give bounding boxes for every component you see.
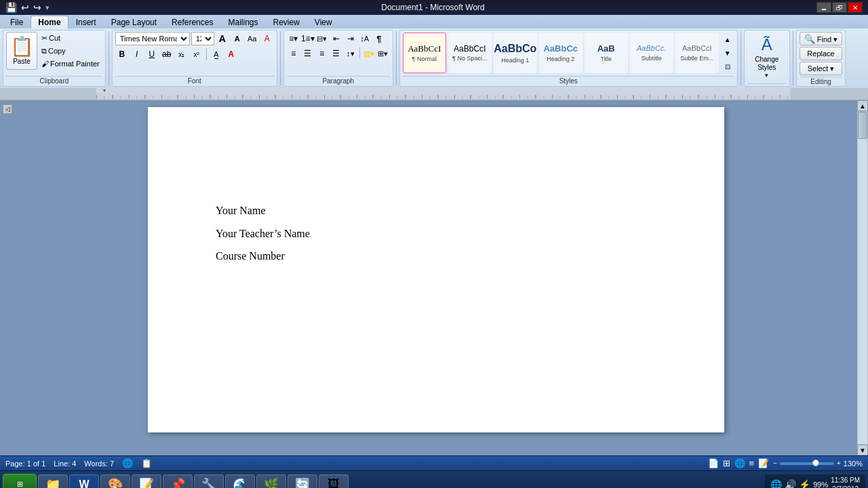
subscript-button[interactable]: x₂ (175, 47, 189, 61)
taskbar-tool[interactable]: 🔧 (194, 474, 224, 489)
style-subtle-em[interactable]: AaBbCcI Subtle Em... (675, 33, 719, 73)
zoom-slider[interactable] (780, 462, 834, 465)
bold-button[interactable]: B (115, 47, 129, 61)
style-heading2[interactable]: AaBbCc Heading 2 (539, 33, 583, 73)
align-left-button[interactable]: ≡ (287, 47, 300, 60)
style-no-spacing[interactable]: AaBbCcI ¶ No Spaci... (448, 33, 492, 73)
justify-button[interactable]: ☰ (330, 47, 343, 60)
tab-page-layout[interactable]: Page Layout (104, 16, 164, 28)
tab-insert[interactable]: Insert (68, 16, 104, 28)
taskbar-refresh[interactable]: 🔄 (288, 474, 317, 489)
find-button[interactable]: 🔍 Find ▾ (800, 32, 843, 45)
font-shrink-button[interactable]: A (231, 32, 244, 45)
tab-view[interactable]: View (307, 16, 340, 28)
clock-date: 2/7/2013 (832, 485, 859, 489)
taskbar-pin[interactable]: 📌 (163, 474, 193, 489)
increase-indent-button[interactable]: ⇥ (344, 32, 357, 45)
styles-more-button[interactable]: ⊡ (721, 60, 734, 73)
underline-button[interactable]: U (145, 47, 159, 61)
show-hide-button[interactable]: ¶ (372, 32, 386, 45)
scroll-track[interactable] (858, 112, 867, 444)
styles-scroll-up[interactable]: ▲ (721, 33, 734, 46)
font-grow-button[interactable]: A (216, 32, 229, 45)
scroll-thumb[interactable] (858, 112, 867, 139)
zoom-out-button[interactable]: − (773, 460, 777, 467)
line-spacing-button[interactable]: ↕▾ (344, 47, 357, 60)
clear-formatting-button[interactable]: A (260, 32, 274, 45)
language-icon: 🌐 (122, 458, 133, 468)
doc-line-1[interactable]: Your Name (216, 202, 670, 220)
paste-label: Paste (13, 58, 31, 65)
taskbar-folder[interactable]: 📁 (38, 474, 68, 489)
tab-file[interactable]: File (3, 16, 31, 28)
superscript-button[interactable]: x² (190, 47, 203, 61)
system-tray: 🌐 🔊 ⚡ 99% 11:36 PM 2/7/2013 (765, 474, 865, 489)
view-print-btn[interactable]: 📄 (708, 458, 719, 468)
window-controls[interactable]: 🗕 🗗 ✕ (816, 2, 863, 13)
close-button[interactable]: ✕ (848, 2, 863, 13)
tray-battery-icon[interactable]: ⚡ (799, 479, 810, 489)
strikethrough-button[interactable]: ab (160, 47, 174, 61)
change-case-button[interactable]: Aa (245, 32, 259, 45)
style-title[interactable]: AaB Title (585, 33, 628, 73)
cut-button[interactable]: ✂ Cut (39, 32, 102, 44)
align-center-button[interactable]: ☰ (301, 47, 315, 60)
scroll-down-button[interactable]: ▼ (857, 445, 868, 455)
copy-button[interactable]: ⧉ Copy (39, 45, 102, 57)
tab-mailings[interactable]: Mailings (220, 16, 265, 28)
tray-clock[interactable]: 11:36 PM 2/7/2013 (831, 476, 860, 489)
select-button[interactable]: Select ▾ (800, 62, 843, 75)
taskbar-image[interactable]: 🖼 (319, 474, 349, 489)
taskbar-notepad[interactable]: 📝 (132, 474, 161, 489)
taskbar-paint[interactable]: 🎨 (100, 474, 130, 489)
font-family-select[interactable]: Times New Roman (115, 32, 190, 45)
style-normal[interactable]: AaBbCcI ¶ Normal (403, 33, 446, 73)
bullets-button[interactable]: ≡▾ (287, 32, 300, 45)
multilevel-list-button[interactable]: ⊟▾ (315, 32, 329, 45)
align-right-button[interactable]: ≡ (315, 47, 329, 60)
numbering-button[interactable]: 1≡▾ (301, 32, 315, 45)
start-button[interactable]: ⊞ (3, 474, 37, 489)
style-heading1[interactable]: AaBbCo Heading 1 (494, 33, 537, 73)
h1-label: Heading 1 (501, 57, 529, 64)
doc-line-3[interactable]: Course Number (216, 247, 670, 265)
minimize-button[interactable]: 🗕 (816, 2, 831, 13)
replace-button[interactable]: Replace (800, 47, 843, 60)
tab-review[interactable]: Review (265, 16, 307, 28)
view-draft-btn[interactable]: 📝 (758, 458, 769, 468)
decrease-indent-button[interactable]: ⇤ (330, 32, 343, 45)
view-web-btn[interactable]: 🌐 (734, 458, 745, 468)
zoom-in-button[interactable]: + (837, 460, 841, 467)
change-styles-button[interactable]: Ã ChangeStyles ▾ (747, 32, 787, 82)
tray-volume-icon[interactable]: 🔊 (785, 479, 796, 489)
sort-button[interactable]: ↕A (358, 32, 372, 45)
paste-button[interactable]: 📋 Paste (6, 32, 37, 70)
review-icon: 📋 (141, 458, 152, 468)
style-subtitle[interactable]: AaBbCc. Subtitle (630, 33, 673, 73)
zoom-thumb[interactable] (812, 460, 819, 466)
text-highlight-button[interactable]: A̲ (210, 47, 223, 61)
format-painter-button[interactable]: 🖌 Format Painter (39, 58, 102, 70)
title-bar-text: Document1 - Microsoft Word (381, 3, 485, 12)
taskbar-word[interactable]: W (69, 474, 99, 489)
h1-preview: AaBbCo (494, 42, 536, 55)
tab-references[interactable]: References (164, 16, 220, 28)
shading-button[interactable]: ▨▾ (362, 47, 376, 60)
maximize-button[interactable]: 🗗 (832, 2, 847, 13)
scroll-up-button[interactable]: ▲ (857, 100, 868, 111)
styles-scroll-down[interactable]: ▼ (721, 46, 734, 60)
font-size-select[interactable]: 12 (191, 32, 214, 45)
font-color-button[interactable]: A (224, 47, 238, 61)
tray-network-icon[interactable]: 🌐 (770, 479, 782, 489)
view-outline-btn[interactable]: ≡ (749, 458, 755, 468)
taskbar-chrome[interactable]: 🌊 (225, 474, 255, 489)
doc-line-2[interactable]: Your Teacher’s Name (216, 225, 670, 243)
taskbar-plant[interactable]: 🌿 (256, 474, 286, 489)
clock-time: 11:36 PM (831, 476, 860, 485)
document-area[interactable]: Your Name Your Teacher’s Name Course Num… (15, 100, 857, 455)
italic-button[interactable]: I (130, 47, 144, 61)
tab-home[interactable]: Home (31, 16, 68, 28)
collapse-marker[interactable]: ◁ (3, 104, 12, 114)
view-fullscreen-btn[interactable]: ⊞ (723, 458, 730, 468)
border-button[interactable]: ⊞▾ (376, 47, 390, 60)
